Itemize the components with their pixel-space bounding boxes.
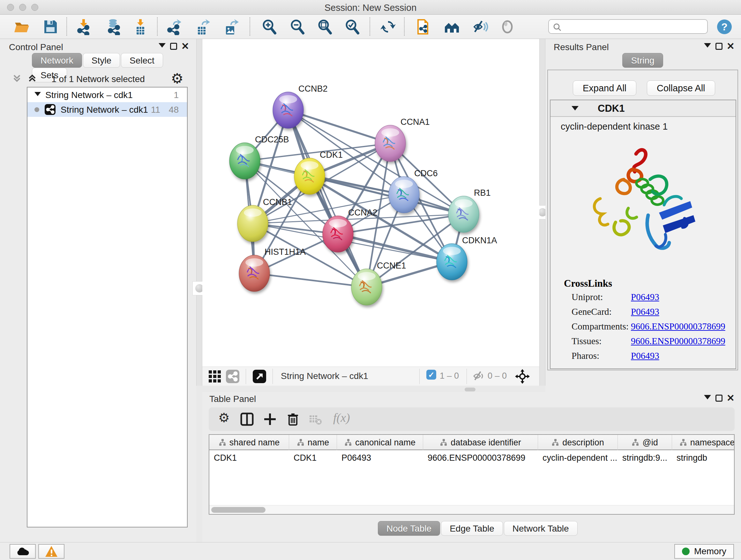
table-cell[interactable]: P06493 [337,451,423,465]
tab-node-table[interactable]: Node Table [378,521,440,536]
node-table[interactable]: shared namenamecanonical namedatabase id… [209,434,735,515]
table-horizontal-scrollbar[interactable] [209,505,734,514]
float-panel-icon[interactable] [716,43,723,50]
delete-column-icon[interactable] [285,412,300,427]
application-window: Session: New Session [0,0,741,560]
hierarchy-icon [631,439,639,446]
save-session-icon[interactable] [42,18,59,35]
scrollbar-thumb[interactable] [211,507,266,513]
warning-button[interactable] [38,544,64,559]
table-cell[interactable]: stringdb:9... [618,451,672,465]
table-cell[interactable]: 9606.ENSP00000378699 [423,451,538,465]
crosslink-link[interactable]: 9606.ENSP00000378699 [631,321,725,332]
edge-HIST1H1A-CCNE1[interactable] [254,273,367,287]
expand-all-button[interactable]: Expand All [573,80,636,96]
node-RB1[interactable]: RB1 [448,188,491,233]
zoom-out-icon[interactable] [289,18,306,35]
node-CDK1[interactable]: CDK1 [294,150,343,194]
import-table-icon[interactable] [132,18,149,35]
first-neighbors-icon[interactable] [444,18,460,35]
table-cell[interactable]: CDK1 [289,451,337,465]
panel-menu-icon[interactable] [704,43,711,48]
new-network-from-selection-icon[interactable] [415,18,431,35]
node-CCNB1[interactable]: CCNB1 [238,197,292,242]
column-header-database-identifier[interactable]: database identifier [423,435,538,450]
column-header-description[interactable]: description [538,435,618,450]
share-network-icon[interactable] [226,370,239,384]
network-collection-row[interactable]: String Network – cdk1 1 [27,87,187,102]
panel-menu-icon[interactable] [158,43,165,48]
crosslink-link[interactable]: P06493 [631,307,659,317]
function-builder-icon[interactable]: f(x) [333,411,350,425]
panel-menu-icon[interactable] [704,395,711,399]
column-header-canonical-name[interactable]: canonical name [337,435,423,450]
collection-expander-icon[interactable] [35,92,41,96]
table-cell[interactable]: cyclin-dependent ... [538,451,618,465]
column-header-shared-name[interactable]: shared name [209,435,289,450]
gene-expander-icon[interactable] [571,106,579,111]
tab-select[interactable]: Select [121,53,163,68]
node-CCNB2[interactable]: CCNB2 [273,84,328,128]
edge-CCNB2-CCNA1[interactable] [288,110,390,143]
crosslink-link[interactable]: P06493 [631,351,659,361]
bottom-splitter-handle[interactable] [465,388,475,391]
cloud-button[interactable] [10,544,36,559]
refresh-icon[interactable] [380,18,396,35]
close-panel-icon[interactable]: ✕ [727,43,735,50]
tab-network-table[interactable]: Network Table [504,521,578,536]
tab-string[interactable]: String [622,53,663,68]
collapse-all-button[interactable]: Collapse All [647,80,715,96]
close-panel-icon[interactable]: ✕ [727,395,735,401]
help-icon[interactable]: ? [716,18,733,35]
network-options-gear-icon[interactable]: ⚙ [171,70,184,86]
left-splitter[interactable] [196,39,202,386]
crosslink-link[interactable]: P06493 [631,292,659,302]
hidden-eye-icon[interactable] [472,370,485,384]
table-cell[interactable]: stringdb [672,451,735,465]
edge-CCNB2-CCNE1[interactable] [288,110,367,287]
tab-edge-table[interactable]: Edge Table [441,521,503,536]
crosslink-link[interactable]: 9606.ENSP00000378699 [631,336,725,347]
export-table-icon[interactable] [194,18,211,35]
birds-eye-view-icon[interactable] [208,370,221,384]
table-row[interactable]: CDK1CDK1P064939606.ENSP00000378699cyclin… [209,451,735,465]
close-panel-icon[interactable]: ✕ [181,43,189,50]
open-session-icon[interactable] [13,18,30,35]
table-cell[interactable]: CDK1 [209,451,289,465]
selected-checkbox[interactable]: ✓ [426,370,436,380]
tab-network[interactable]: Network [32,53,82,68]
network-row[interactable]: String Network – cdk1 11 48 [27,102,187,117]
node-CDKN1A[interactable]: CDKN1A [436,236,497,280]
zoom-fit-icon[interactable] [317,18,333,35]
create-column-icon[interactable] [262,412,278,427]
import-network-database-icon[interactable] [105,18,122,35]
memory-button[interactable]: Memory [674,544,734,559]
show-columns-icon[interactable] [239,412,255,427]
zoom-selected-icon[interactable] [344,18,360,35]
export-network-icon[interactable] [166,18,183,35]
collection-count: 1 [174,90,179,100]
search-input[interactable] [548,19,708,34]
network-label: String Network – cdk1 [61,105,148,115]
float-panel-icon[interactable] [716,395,723,401]
zoom-in-icon[interactable] [261,18,278,35]
import-network-file-icon[interactable] [75,18,92,35]
network-canvas[interactable]: CCNB2CCNA1CDC25BCDK1CDC6RB1CCNB1CCNA2CDK… [202,39,539,367]
string-network-view[interactable]: CCNB2CCNA1CDC25BCDK1CDC6RB1CCNB1CCNA2CDK… [202,39,539,367]
pan-crosshair-icon[interactable] [515,368,530,386]
float-panel-icon[interactable] [170,43,177,50]
gene-header-row[interactable]: CDK1 [550,100,736,117]
tab-style[interactable]: Style [83,53,120,68]
export-image-icon[interactable] [222,18,239,35]
node-CCNA1[interactable]: CCNA1 [375,117,430,162]
node-HIST1H1A[interactable]: HIST1H1A [239,247,306,292]
show-all-icon[interactable] [499,18,516,35]
open-in-new-window-icon[interactable] [253,370,266,384]
node-CCNE1[interactable]: CCNE1 [351,261,406,305]
table-options-gear-icon[interactable]: ⚙ [216,410,232,425]
column-header-@id[interactable]: @id [618,435,672,450]
hide-selected-icon[interactable] [472,18,488,35]
column-header-name[interactable]: name [289,435,337,450]
column-header-namespace[interactable]: namespace [672,435,735,450]
delete-table-icon[interactable] [308,412,323,427]
